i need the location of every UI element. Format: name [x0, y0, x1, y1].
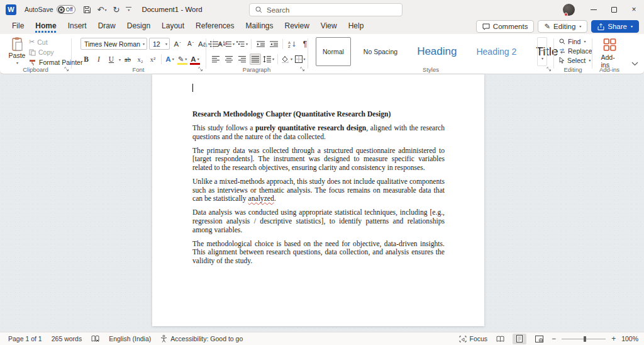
status-bar: Page 1 of 1 265 words English (India) Ac…	[0, 332, 644, 345]
addins-grid-icon	[602, 38, 616, 52]
language-indicator[interactable]: English (India)	[109, 335, 151, 342]
sort-button[interactable]: AZ	[286, 38, 297, 50]
ribbon-tab-row: File Home Insert Draw Design Layout Refe…	[0, 19, 644, 34]
print-layout-button[interactable]	[513, 334, 526, 344]
align-right-button[interactable]	[236, 54, 248, 65]
document-page[interactable]: Research Methodology Chapter (Quantitati…	[152, 74, 484, 326]
proofing-status-icon[interactable]	[91, 335, 99, 342]
tab-file[interactable]: File	[6, 20, 30, 33]
quick-access-toolbar: ↶ ↻	[83, 5, 132, 14]
word-app-icon[interactable]: W	[6, 4, 16, 15]
font-dialog-launcher-icon[interactable]	[198, 67, 203, 72]
redo-button[interactable]: ↻	[113, 5, 119, 14]
minimize-button[interactable]	[584, 0, 604, 19]
scissors-icon: ✂	[29, 38, 35, 46]
save-icon[interactable]	[83, 6, 91, 14]
italic-button[interactable]: I	[93, 54, 104, 65]
word-count[interactable]: 265 words	[52, 335, 82, 342]
accessibility-status[interactable]: Accessibility: Good to go	[160, 335, 243, 342]
misspelled-word: analyzed	[248, 195, 274, 203]
tab-mailings[interactable]: Mailings	[240, 20, 279, 33]
underline-button[interactable]: U	[106, 54, 117, 65]
multilevel-list-button[interactable]	[236, 38, 248, 50]
clipboard-dialog-launcher-icon[interactable]	[64, 67, 69, 72]
tab-design[interactable]: Design	[121, 20, 156, 33]
style-normal[interactable]: Normal	[316, 37, 351, 66]
line-spacing-button[interactable]	[263, 54, 274, 65]
font-size-select[interactable]: 12	[149, 38, 170, 50]
tab-review[interactable]: Review	[279, 20, 315, 33]
ribbon: Paste ✂Cut Copy Format Painter Clipboard…	[0, 34, 644, 74]
zoom-slider-thumb[interactable]	[584, 336, 586, 342]
zoom-level[interactable]: 100%	[621, 335, 638, 342]
document-title: Document1 - Word	[142, 6, 202, 13]
search-input[interactable]: Search	[249, 3, 402, 16]
justify-button[interactable]	[250, 54, 261, 65]
subscript-button[interactable]: x₂	[135, 54, 146, 65]
close-button[interactable]: ×	[624, 0, 644, 19]
tab-view[interactable]: View	[315, 20, 343, 33]
find-button[interactable]: Find	[559, 38, 592, 45]
presence-busy-icon	[564, 13, 568, 16]
tab-insert[interactable]: Insert	[62, 20, 92, 33]
tab-layout[interactable]: Layout	[156, 20, 190, 33]
page-indicator[interactable]: Page 1 of 1	[8, 335, 42, 342]
style-heading2[interactable]: Heading 2	[469, 37, 523, 66]
undo-button[interactable]: ↶	[97, 5, 107, 14]
superscript-button[interactable]: x²	[147, 54, 158, 65]
focus-mode-button[interactable]: Focus	[459, 335, 488, 342]
autosave-toggle[interactable]: AutoSave Off	[25, 5, 75, 14]
collapse-ribbon-icon[interactable]	[631, 62, 638, 66]
tab-help[interactable]: Help	[343, 20, 370, 33]
customize-quick-access-icon[interactable]	[126, 7, 131, 12]
font-color-button[interactable]: A	[189, 54, 201, 65]
borders-button[interactable]	[294, 54, 306, 65]
comments-button[interactable]: Comments	[476, 20, 535, 33]
grow-font-button[interactable]: Aˆ	[172, 38, 183, 50]
paste-button[interactable]: Paste	[5, 37, 29, 70]
style-no-spacing[interactable]: No Spacing	[357, 37, 404, 66]
group-font: Times New Roman 12 Aˆ Aˇ Aa A B I U ab x…	[72, 34, 205, 74]
share-button[interactable]: Share	[591, 20, 639, 33]
numbering-button[interactable]	[223, 38, 235, 50]
group-paragraph: AZ Paragraph	[206, 34, 307, 74]
zoom-out-button[interactable]: −	[552, 334, 556, 343]
zoom-in-button[interactable]: +	[611, 334, 616, 343]
web-layout-button[interactable]	[532, 334, 546, 344]
tab-references[interactable]: References	[190, 20, 240, 33]
underline-options-icon[interactable]	[118, 54, 121, 65]
doc-heading: Research Methodology Chapter (Quantitati…	[192, 110, 445, 119]
doc-paragraph: This study follows a purely quantitative…	[192, 124, 445, 141]
align-center-button[interactable]	[223, 54, 235, 65]
replace-button[interactable]: Replace	[559, 47, 592, 55]
style-heading1[interactable]: Heading	[410, 37, 464, 66]
increase-indent-button[interactable]	[268, 38, 279, 50]
decrease-indent-button[interactable]	[255, 38, 266, 50]
bullets-button[interactable]	[210, 38, 221, 50]
svg-text:Z: Z	[288, 45, 291, 48]
text-effects-button[interactable]: A	[164, 54, 175, 65]
user-avatar[interactable]	[563, 4, 575, 16]
autosave-switch[interactable]: Off	[57, 5, 75, 14]
styles-dialog-launcher-icon[interactable]	[547, 67, 552, 72]
paragraph-dialog-launcher-icon[interactable]	[300, 67, 305, 72]
comment-icon	[482, 23, 490, 30]
font-family-select[interactable]: Times New Roman	[80, 38, 147, 50]
shrink-font-button[interactable]: Aˇ	[185, 38, 196, 50]
tab-home[interactable]: Home	[30, 20, 62, 33]
search-icon	[255, 6, 262, 13]
align-left-button[interactable]	[210, 54, 221, 65]
styles-gallery-more-button[interactable]	[537, 37, 547, 66]
select-button[interactable]: Select	[559, 57, 592, 64]
editing-mode-button[interactable]: ✎ Editing	[538, 20, 587, 33]
restore-button[interactable]	[604, 0, 624, 19]
read-mode-button[interactable]	[493, 334, 507, 344]
document-canvas[interactable]: Research Methodology Chapter (Quantitati…	[0, 74, 644, 332]
shading-button[interactable]	[281, 54, 292, 65]
text-highlight-button[interactable]: ✎	[177, 54, 188, 65]
tab-draw[interactable]: Draw	[92, 20, 121, 33]
addins-button[interactable]: Add-ins	[601, 38, 618, 69]
zoom-slider[interactable]	[562, 339, 606, 339]
bold-button[interactable]: B	[80, 54, 92, 65]
strikethrough-button[interactable]: ab	[122, 54, 133, 65]
